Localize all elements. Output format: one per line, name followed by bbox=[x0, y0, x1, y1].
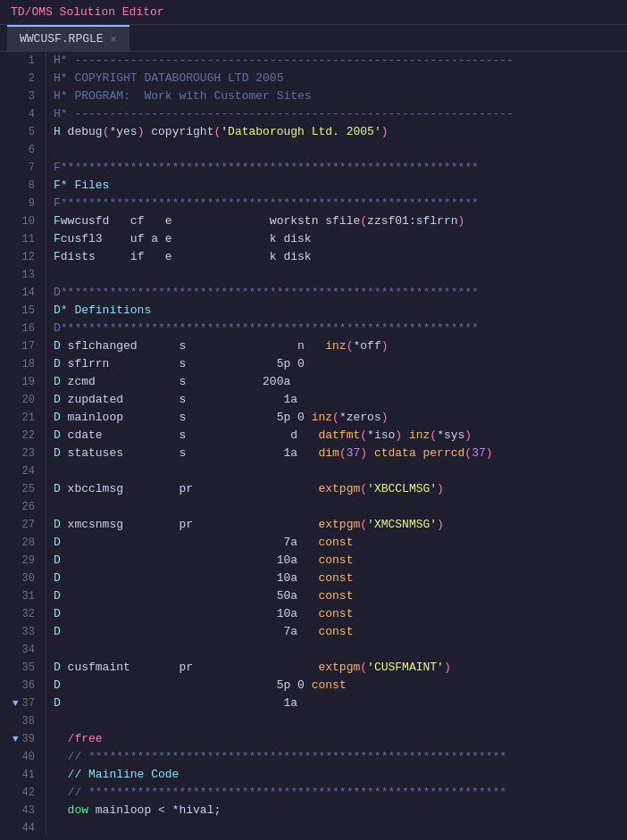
line-number: 40 bbox=[7, 748, 38, 766]
code-line: D 1a bbox=[54, 694, 627, 712]
line-number: 4 bbox=[7, 105, 38, 123]
token: cusfl3 uf a e k disk bbox=[61, 232, 312, 245]
line-number: 20 bbox=[7, 391, 38, 409]
line-number: 8 bbox=[7, 177, 38, 195]
code-line: F* Files bbox=[54, 177, 627, 195]
code-line: H* COPYRIGHT DATABOROUGH LTD 2005 bbox=[54, 70, 627, 87]
code-line: D***************************************… bbox=[54, 320, 627, 337]
token: *zeros bbox=[339, 411, 381, 424]
code-line bbox=[54, 498, 627, 516]
token: sflrrn s 5p 0 bbox=[68, 357, 305, 370]
token: H* -------------------------------------… bbox=[54, 54, 514, 67]
arrow-icon: ▼ bbox=[13, 730, 19, 748]
token: ( bbox=[360, 482, 367, 495]
code-line: D 50a const bbox=[54, 587, 627, 605]
line-number: 32 bbox=[7, 605, 38, 623]
line-number: 14 bbox=[7, 284, 38, 302]
line-number: 33 bbox=[7, 623, 38, 641]
line-number: 7 bbox=[7, 159, 38, 177]
token: ) bbox=[444, 661, 451, 674]
token: D bbox=[54, 482, 68, 495]
token: D bbox=[54, 375, 68, 388]
token: ) bbox=[486, 446, 493, 460]
code-line: D 7a const bbox=[54, 534, 627, 552]
arrow-icon: ▼ bbox=[13, 694, 19, 712]
token: // *************************************… bbox=[54, 786, 506, 799]
token: ( bbox=[360, 518, 367, 531]
line-number: 2 bbox=[7, 70, 38, 87]
token: 37 bbox=[347, 446, 361, 460]
code-area[interactable]: H* -------------------------------------… bbox=[46, 52, 627, 836]
code-line: Fdists if e k disk bbox=[54, 248, 627, 266]
line-number: 41 bbox=[7, 766, 38, 784]
token: D bbox=[54, 446, 68, 460]
token: 1a bbox=[61, 696, 297, 710]
line-number: 34 bbox=[7, 641, 38, 659]
token: ) bbox=[464, 428, 472, 442]
editor-area: 1234567891011121314151617181920212223242… bbox=[0, 52, 627, 836]
token: 'CUSFMAINT' bbox=[367, 661, 444, 674]
token: const bbox=[318, 553, 353, 567]
token: statuses s 1a bbox=[68, 446, 319, 460]
line-number: ▼39 bbox=[7, 730, 38, 748]
code-line: // *************************************… bbox=[54, 748, 627, 766]
token: ( bbox=[360, 661, 367, 674]
code-line: F***************************************… bbox=[54, 195, 627, 212]
line-number: 16 bbox=[7, 320, 38, 337]
code-line: D 10a const bbox=[54, 605, 627, 623]
token: wwcusfd cf e workstn sfile bbox=[61, 214, 360, 228]
code-line: dow mainloop < *hival; bbox=[54, 802, 627, 819]
token: F***************************************… bbox=[54, 196, 479, 210]
token: zcmd s 200a bbox=[68, 375, 291, 388]
line-number: 1 bbox=[7, 52, 38, 70]
token: D bbox=[54, 339, 68, 353]
token: extpgm bbox=[318, 518, 360, 531]
token: mainloop s 5p 0 bbox=[68, 411, 312, 424]
code-line: H debug(*yes) copyright('Databorough Ltd… bbox=[54, 123, 627, 141]
token: *off bbox=[353, 339, 380, 353]
token: const bbox=[318, 625, 353, 638]
line-number: 25 bbox=[7, 480, 38, 498]
code-line bbox=[54, 462, 627, 480]
token: extpgm bbox=[318, 661, 360, 674]
code-line: D xmcsnmsg pr extpgm('XMCSNMSG') bbox=[54, 516, 627, 534]
line-numbers: 1234567891011121314151617181920212223242… bbox=[0, 52, 46, 836]
line-number: 36 bbox=[7, 677, 38, 694]
close-icon[interactable]: ✕ bbox=[111, 32, 117, 46]
line-number: 15 bbox=[7, 302, 38, 320]
token: zzsf01:sflrrn bbox=[367, 214, 457, 228]
token: ) bbox=[458, 214, 465, 228]
token: // Mainline Code bbox=[54, 768, 179, 781]
token: D bbox=[54, 607, 61, 620]
token: const bbox=[318, 589, 353, 603]
token: F bbox=[54, 214, 61, 228]
code-line: // *************************************… bbox=[54, 784, 627, 802]
code-line: D sflchanged s n inz(*off) bbox=[54, 337, 627, 355]
tab-wwcusf[interactable]: WWCUSF.RPGLE ✕ bbox=[7, 25, 130, 51]
token: D bbox=[54, 357, 68, 370]
token: zupdated s 1a bbox=[68, 393, 297, 406]
code-line bbox=[54, 819, 627, 836]
token: D bbox=[54, 678, 61, 692]
token: D***************************************… bbox=[54, 286, 479, 299]
token: F bbox=[54, 232, 61, 245]
code-line: F***************************************… bbox=[54, 159, 627, 177]
line-number: 13 bbox=[7, 266, 38, 284]
code-line: D cusfmaint pr extpgm('CUSFMAINT') bbox=[54, 659, 627, 677]
line-number: 26 bbox=[7, 498, 38, 516]
line-number: 3 bbox=[7, 87, 38, 105]
token: xmcsnmsg pr bbox=[68, 518, 319, 531]
code-line: H* PROGRAM: Work with Customer Sites bbox=[54, 87, 627, 105]
code-line: D sflrrn s 5p 0 bbox=[54, 355, 627, 373]
token: ) bbox=[381, 339, 389, 353]
token: ) bbox=[138, 125, 152, 138]
line-number: 35 bbox=[7, 659, 38, 677]
token: ) bbox=[381, 125, 389, 138]
code-line: D* Definitions bbox=[54, 302, 627, 320]
code-line: /free bbox=[54, 730, 627, 748]
line-number: 44 bbox=[7, 819, 38, 836]
token: ( bbox=[360, 428, 367, 442]
token: ( bbox=[464, 446, 472, 460]
code-line: H* -------------------------------------… bbox=[54, 52, 627, 70]
token: 5p 0 bbox=[61, 678, 312, 692]
